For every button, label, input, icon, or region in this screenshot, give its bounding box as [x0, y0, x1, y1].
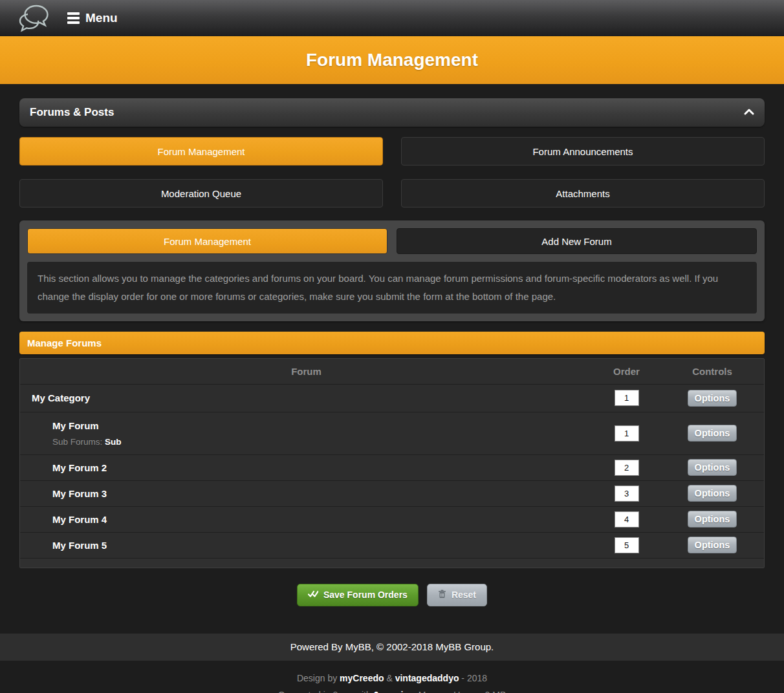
chevron-up-icon[interactable] — [744, 107, 754, 118]
forum-name-link[interactable]: My Forum 2 — [20, 462, 593, 473]
column-header-controls: Controls — [660, 366, 764, 377]
double-check-icon — [308, 590, 318, 600]
order-input[interactable] — [615, 425, 639, 442]
subforum-link[interactable]: Sub — [105, 437, 122, 447]
topbar: Menu — [0, 0, 784, 36]
options-button[interactable]: Options — [688, 537, 737, 553]
forum-management-panel: Forum Management Add New Forum This sect… — [19, 220, 765, 321]
table-row-forum: My Forum Sub Forums: Sub Options — [20, 412, 764, 454]
order-input[interactable] — [615, 390, 639, 406]
forum-name-link[interactable]: My Forum — [20, 420, 593, 431]
save-forum-orders-button[interactable]: Save Forum Orders — [297, 584, 419, 606]
tab-forum-announcements[interactable]: Forum Announcements — [401, 137, 765, 165]
footer-powered: Powered By MyBB, © 2002-2018 MyBB Group. — [0, 634, 784, 661]
forum-name-link[interactable]: My Forum 3 — [20, 488, 593, 499]
reset-button[interactable]: Reset — [427, 584, 487, 606]
subforums-line: Sub Forums: Sub — [20, 437, 593, 447]
menu-button[interactable]: Menu — [67, 11, 118, 25]
designer-link[interactable]: vintagedaddyo — [395, 673, 459, 683]
subforums-label: Sub Forums: — [52, 437, 105, 447]
page-title: Forum Management — [306, 50, 478, 70]
manage-forums-header: Manage Forums — [19, 332, 765, 354]
form-actions: Save Forum Orders Reset — [19, 584, 765, 606]
designer-link[interactable]: myCreedo — [340, 673, 384, 683]
options-button[interactable]: Options — [688, 390, 737, 407]
reset-label: Reset — [452, 590, 476, 600]
table-row-forum: My Forum 2 Options — [20, 454, 764, 480]
table-row-forum: My Forum 3 Options — [20, 480, 764, 506]
table-row-forum: My Forum 5 Options — [20, 532, 764, 558]
page-header: Forum Management — [0, 36, 784, 84]
forum-name-link[interactable]: My Forum 4 — [20, 514, 593, 525]
tab-attachments[interactable]: Attachments — [401, 179, 765, 208]
mybb-logo-icon[interactable] — [17, 3, 50, 33]
table-row-category: My Category Options — [20, 384, 764, 412]
tab-forum-management[interactable]: Forum Management — [19, 137, 383, 165]
table-row-forum: My Forum 4 Options — [20, 506, 764, 532]
column-header-order: Order — [593, 366, 660, 377]
hamburger-icon — [67, 12, 80, 24]
options-button[interactable]: Options — [688, 425, 737, 442]
subtabs: Forum Management Add New Forum — [27, 228, 757, 254]
footer-meta: Design by myCreedo & vintagedaddyo - 201… — [0, 661, 784, 693]
trash-icon — [438, 590, 446, 601]
table-footer-strip — [20, 558, 764, 568]
order-input[interactable] — [615, 511, 639, 528]
forum-table: Forum Order Controls My Category Options… — [19, 358, 765, 568]
design-credit-line: Design by myCreedo & vintagedaddyo - 201… — [0, 670, 784, 687]
order-input[interactable] — [615, 460, 639, 476]
powered-by-link[interactable]: Powered By MyBB, © 2002-2018 MyBB Group. — [290, 641, 494, 652]
section-description: This section allows you to manage the ca… — [27, 262, 757, 314]
column-header-forum: Forum — [20, 366, 593, 377]
generation-stats-line: Generated in 8 ms with 6 queries. Memory… — [0, 687, 784, 693]
module-tabs: Forum Management Forum Announcements Mod… — [19, 137, 765, 208]
forum-name-link[interactable]: My Forum 5 — [20, 540, 593, 551]
options-button[interactable]: Options — [688, 459, 737, 476]
section-forums-posts[interactable]: Forums & Posts — [19, 98, 765, 127]
section-title: Forums & Posts — [30, 106, 114, 119]
options-button[interactable]: Options — [688, 511, 737, 528]
options-button[interactable]: Options — [688, 485, 737, 502]
category-name[interactable]: My Category — [20, 392, 593, 403]
main-content: Forums & Posts Forum Management Forum An… — [0, 84, 784, 606]
tab-moderation-queue[interactable]: Moderation Queue — [19, 179, 383, 208]
subtab-add-new-forum[interactable]: Add New Forum — [397, 228, 757, 254]
order-input[interactable] — [615, 485, 639, 502]
table-header-row: Forum Order Controls — [20, 359, 764, 384]
menu-label: Menu — [85, 11, 118, 25]
order-input[interactable] — [615, 537, 639, 553]
save-label: Save Forum Orders — [323, 590, 408, 600]
subtab-forum-management[interactable]: Forum Management — [27, 228, 387, 254]
